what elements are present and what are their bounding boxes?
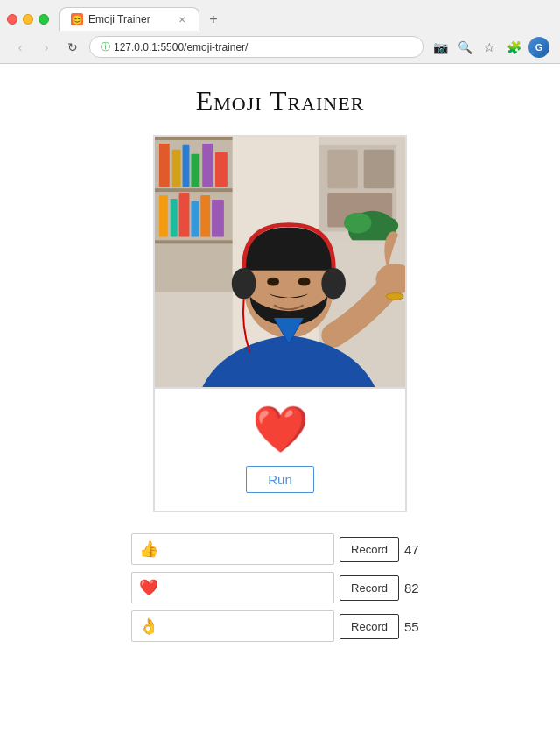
browser-toolbar-icons: 📷 🔍 ☆ 🧩 G: [430, 37, 550, 58]
training-row: ❤️ Record 82: [131, 572, 429, 603]
training-section: 👍 Record 47 ❤️ Record 82 👌 Record 55: [131, 533, 429, 642]
svg-rect-18: [327, 150, 358, 188]
close-window-button[interactable]: [7, 14, 18, 25]
svg-point-35: [386, 293, 403, 300]
svg-rect-19: [364, 150, 395, 188]
bookmark-icon[interactable]: ☆: [480, 38, 499, 57]
tab-close-button[interactable]: ✕: [176, 13, 188, 25]
new-tab-button[interactable]: +: [203, 9, 224, 30]
tab-favicon: 😊: [71, 13, 83, 25]
svg-rect-11: [159, 195, 168, 236]
training-input-thumbsup[interactable]: 👍: [131, 533, 334, 565]
training-input-ok[interactable]: 👌: [131, 610, 334, 642]
run-button[interactable]: Run: [246, 466, 314, 493]
traffic-lights: [7, 14, 49, 25]
svg-rect-8: [191, 154, 200, 187]
page-content: Emoji Trainer: [0, 64, 560, 747]
video-feed: [153, 135, 407, 389]
training-emoji-ok: 👌: [139, 617, 158, 636]
record-button-ok[interactable]: Record: [340, 614, 399, 639]
training-row: 👍 Record 47: [131, 533, 429, 565]
browser-tab-active[interactable]: 😊 Emoji Trainer ✕: [60, 7, 200, 31]
maximize-window-button[interactable]: [38, 14, 49, 25]
svg-point-31: [321, 268, 346, 300]
extensions-icon[interactable]: 🧩: [504, 38, 523, 57]
count-ok: 55: [404, 619, 429, 634]
svg-point-30: [232, 268, 256, 300]
count-heart: 82: [404, 581, 429, 595]
svg-rect-9: [202, 144, 213, 187]
camera-icon[interactable]: 📷: [430, 38, 450, 57]
lock-icon: ⓘ: [101, 40, 110, 53]
record-button-thumbsup[interactable]: Record: [340, 537, 399, 562]
svg-rect-6: [172, 150, 181, 187]
count-thumbsup: 47: [404, 542, 429, 557]
svg-point-32: [267, 278, 279, 286]
svg-rect-16: [212, 200, 224, 236]
training-emoji-heart: ❤️: [139, 578, 158, 597]
browser-chrome: 😊 Emoji Trainer ✕ + ‹ › ↻ ⓘ 127.0.0.1:55…: [0, 0, 560, 64]
svg-rect-5: [159, 144, 170, 187]
page-title: Emoji Trainer: [18, 85, 542, 117]
svg-rect-12: [171, 199, 178, 236]
video-svg: [155, 137, 405, 387]
svg-rect-13: [179, 193, 190, 236]
minimize-window-button[interactable]: [23, 14, 33, 25]
training-emoji-thumbsup: 👍: [139, 539, 158, 559]
forward-button[interactable]: ›: [37, 38, 56, 57]
svg-rect-7: [183, 145, 190, 187]
svg-rect-15: [200, 195, 210, 236]
address-bar: ‹ › ↻ ⓘ 127.0.0.1:5500/emoji-trainer/ 📷 …: [0, 31, 560, 63]
record-button-heart[interactable]: Record: [340, 575, 399, 601]
back-button[interactable]: ‹: [10, 38, 30, 57]
svg-point-23: [344, 213, 372, 234]
video-placeholder: [155, 137, 405, 387]
profile-icon[interactable]: G: [528, 37, 550, 58]
svg-rect-2: [155, 137, 233, 140]
svg-rect-10: [215, 152, 228, 187]
svg-rect-14: [191, 201, 199, 236]
main-emoji: ❤️: [252, 406, 309, 452]
svg-point-33: [298, 278, 311, 286]
training-input-heart[interactable]: ❤️: [131, 572, 334, 603]
tab-title: Emoji Trainer: [88, 13, 150, 25]
svg-rect-4: [155, 240, 233, 243]
svg-rect-3: [155, 188, 233, 192]
search-icon[interactable]: 🔍: [455, 38, 474, 57]
reload-button[interactable]: ↻: [63, 38, 82, 57]
training-row: 👌 Record 55: [131, 610, 429, 642]
main-panel: ❤️ Run: [153, 389, 407, 512]
url-bar[interactable]: ⓘ 127.0.0.1:5500/emoji-trainer/: [89, 36, 424, 58]
url-text: 127.0.0.1:5500/emoji-trainer/: [114, 41, 248, 53]
tab-bar: 😊 Emoji Trainer ✕ +: [0, 0, 560, 31]
